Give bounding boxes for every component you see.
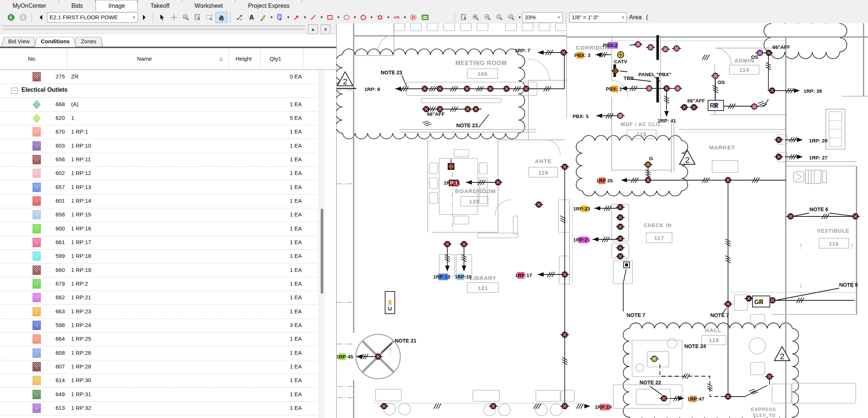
condition-row-649[interactable]: 6491 RP:311 EA: [0, 388, 317, 402]
condition-row-670[interactable]: 6701 RP:11 EA: [0, 125, 317, 139]
zoom-out-button[interactable]: [482, 12, 494, 23]
menu-item-myoncenter[interactable]: MyOnCenter: [0, 0, 59, 11]
furniture: [410, 23, 421, 31]
pointer-button[interactable]: [156, 12, 168, 23]
zoom-in-button[interactable]: [470, 12, 482, 23]
squiggle-annot-button[interactable]: [391, 12, 403, 23]
menu-item-bids[interactable]: Bids: [59, 0, 96, 11]
page-select[interactable]: E2.1 FIRST FLOOR POWE∨: [47, 12, 138, 23]
condition-row-598[interactable]: 5981 RP:243 EA: [0, 318, 317, 333]
forward-button[interactable]: [17, 12, 29, 23]
condition-row-614[interactable]: 6141 RP:301 EA: [0, 374, 317, 388]
condition-row-607[interactable]: 6071 RP:281 EA: [0, 360, 317, 374]
condition-row-601[interactable]: 6011 RP:141 EA: [0, 194, 317, 208]
back-button[interactable]: [5, 12, 17, 23]
tab-zones[interactable]: Zones: [74, 35, 103, 47]
menu-item-image[interactable]: Image: [96, 0, 138, 11]
grid-header[interactable]: No. Name △ Height Qty1: [0, 47, 336, 70]
play-annot-button[interactable]: [407, 12, 419, 23]
condition-row-608[interactable]: 6081 RP:261 EA: [0, 346, 317, 360]
menu-item-takeoff[interactable]: Takeoff: [138, 0, 182, 11]
col-name[interactable]: Name: [137, 55, 152, 62]
col-no[interactable]: No.: [28, 55, 36, 62]
condition-row-657[interactable]: 6571 RP:131 EA: [0, 181, 317, 195]
squiggle-annot-dropdown[interactable]: ▼: [403, 12, 407, 23]
col-height[interactable]: Height: [236, 55, 251, 62]
outlet-symbol: [435, 86, 444, 92]
callout-label: 1RP:45: [337, 354, 353, 360]
pan-hand-button[interactable]: [216, 12, 227, 23]
condition-name: (A): [71, 101, 79, 107]
dimension-button[interactable]: 4': [234, 12, 246, 23]
scrollbar-thumb[interactable]: [321, 209, 323, 294]
condition-row-613[interactable]: 6131 RP:321 EA: [0, 401, 317, 415]
condition-row-275[interactable]: 275ZR0 EA: [0, 70, 317, 84]
condition-name: 1 RP:18: [71, 253, 91, 259]
condition-row-602[interactable]: 6021 RP:121 EA: [0, 166, 317, 181]
pencil-button[interactable]: [257, 12, 269, 23]
condition-row-658[interactable]: 6581 RP:151 EA: [0, 208, 317, 222]
splitter-up-button[interactable]: ▲: [308, 24, 318, 34]
menu-item-project-express[interactable]: Project Express: [236, 0, 302, 11]
ellipse-annot-button[interactable]: [341, 12, 353, 23]
zoom-user-button[interactable]: U: [505, 12, 517, 23]
zoom-tool-button[interactable]: Q: [180, 12, 192, 23]
svg-text:116: 116: [829, 240, 839, 247]
zoom-page-button[interactable]: [458, 12, 470, 23]
copy-doc-dropdown[interactable]: ▼: [286, 12, 291, 23]
pencil-dropdown[interactable]: ▼: [269, 12, 274, 23]
copy-doc-button[interactable]: [274, 12, 286, 23]
menu-item-worksheet[interactable]: Worksheet: [182, 0, 236, 11]
condition-row-599[interactable]: 5991 RP:181 EA: [0, 249, 317, 263]
conditions-scrollbar[interactable]: [318, 70, 325, 418]
line-annot-button[interactable]: [307, 12, 319, 23]
line-annot-dropdown[interactable]: ▼: [319, 12, 324, 23]
zoom-preset-dropdown[interactable]: ▼: [517, 12, 522, 23]
ellipse-annot-dropdown[interactable]: ▼: [353, 12, 357, 23]
furniture: [536, 390, 560, 401]
sort-indicator-icon[interactable]: △: [219, 55, 223, 61]
outlet-symbol: [420, 86, 429, 92]
condition-qty: 1 EA: [228, 128, 302, 135]
star-annot-button[interactable]: [374, 12, 386, 23]
condition-row-662[interactable]: 6621 RP:211 EA: [0, 291, 317, 305]
prev-page-button[interactable]: [35, 12, 47, 23]
zoom-marquee-button[interactable]: [204, 12, 216, 23]
panel-close-button[interactable]: x: [321, 24, 330, 34]
zoom-level-select[interactable]: 33%∨: [522, 12, 563, 23]
rect-annot-button[interactable]: [324, 12, 336, 23]
condition-row-668[interactable]: 668(A)1 EA: [0, 98, 317, 112]
zoom-100-button[interactable]: 1: [494, 12, 505, 23]
equipment-box: C: [385, 291, 395, 314]
condition-row-603[interactable]: 6031 RP:101 EA: [0, 139, 317, 153]
crosshair-button[interactable]: [168, 12, 180, 23]
panel-splitter[interactable]: ▲ x: [0, 23, 336, 34]
col-qty[interactable]: Qty1: [270, 55, 281, 62]
tab-bid-view[interactable]: Bid View: [1, 35, 36, 47]
condition-row-660[interactable]: 6601 RP:191 EA: [0, 263, 317, 277]
group-collapse-icon[interactable]: −: [11, 88, 17, 94]
polygon-annot-button[interactable]: [357, 12, 369, 23]
image-annot-button[interactable]: [419, 12, 431, 23]
condition-row-661[interactable]: 6611 RP:171 EA: [0, 236, 317, 250]
arrow-annot-button[interactable]: [291, 12, 303, 23]
condition-row-656[interactable]: 6561 RP:111 EA: [0, 153, 317, 167]
group-row-electrical-outlets[interactable]: −Electical Outlets: [0, 84, 317, 98]
text-tool-button[interactable]: A: [246, 12, 257, 23]
rect-annot-dropdown[interactable]: ▼: [336, 12, 341, 23]
drawing-canvas[interactable]: ↑↑↓↑↓222: [337, 23, 868, 418]
condition-row-679[interactable]: 6791 RP:21 EA: [0, 277, 317, 291]
condition-row-664[interactable]: 6641 RP:251 EA: [0, 332, 317, 346]
arrow-annot-dropdown[interactable]: ▼: [303, 12, 307, 23]
star-annot-dropdown[interactable]: ▼: [386, 12, 391, 23]
condition-row-600[interactable]: 6001 RP:161 EA: [0, 222, 317, 236]
zoom-doc-button[interactable]: [192, 12, 204, 23]
callout-label: 1RP: 41: [658, 118, 676, 124]
polygon-annot-dropdown[interactable]: ▼: [369, 12, 374, 23]
svg-text:2: 2: [685, 155, 690, 165]
condition-row-663[interactable]: 6631 RP:231 EA: [0, 305, 317, 319]
condition-row-620[interactable]: 62015 EA: [0, 111, 317, 125]
tab-conditions[interactable]: Conditions: [34, 35, 76, 47]
next-page-button[interactable]: [138, 12, 150, 23]
scale-select[interactable]: 1/8" = 1' 0"∨: [569, 12, 627, 23]
